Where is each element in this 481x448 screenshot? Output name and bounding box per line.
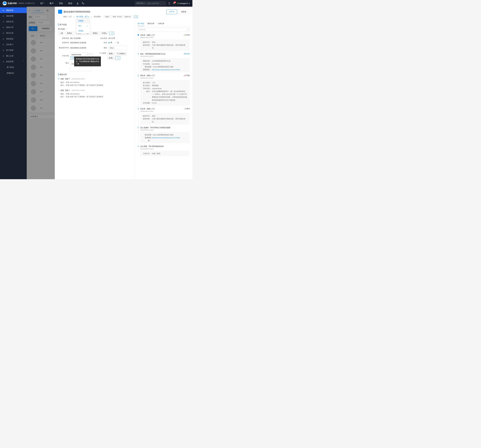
search-box: 手机号码▾: [135, 1, 166, 6]
remark-label: 备注: [58, 62, 69, 64]
status-badge: 已完成: [184, 34, 190, 36]
friend-source-value: 名片分享: [108, 37, 115, 39]
sidebar-item-3[interactable]: ◈我的订单: [0, 24, 27, 30]
sidebar-item-8[interactable]: ◈删人记录: [0, 53, 27, 59]
customer-detail-panel: 微信名称6789990000966 代下单 交定金 昵称：小王 | 客户经理：张…: [55, 7, 192, 179]
phone-copy-icon[interactable]: ⎘: [91, 53, 94, 56]
goods-icon: ◈: [3, 38, 5, 40]
contact-icon: [58, 10, 62, 14]
sidebar-item-0[interactable]: ◈我的好友: [0, 7, 27, 13]
group-tag: 群聊一群大群: [111, 15, 123, 18]
right-tab-0[interactable]: 客户动态: [138, 21, 144, 26]
tags-more[interactable]: +4: [109, 32, 114, 35]
sidebar-item-7[interactable]: ◈客户继承: [0, 47, 27, 53]
wechat-input[interactable]: [108, 46, 127, 50]
view-detail-link[interactable]: 查看详情: [184, 53, 190, 55]
timeline-dot: [138, 53, 139, 54]
timeline-item: 报名单创建人小王已失败2020/01/30 01:38:27客户经理：小王客户姓…: [138, 74, 190, 106]
sidebar-item-6[interactable]: ◈流失客户: [0, 42, 27, 47]
timeline-item: 加入群聊759-59班理财训练营2021/01/30 01:38:27入群方式：…: [138, 145, 190, 156]
sidebar-item-2[interactable]: ◈我的学员: [0, 19, 27, 24]
bell-icon[interactable]: 5: [173, 2, 175, 5]
timeline-item: 进入直播间759-59班第三期理财直播课2021/01/30 01:38:27通…: [138, 127, 190, 143]
gender-female-radio[interactable]: 女: [115, 41, 119, 44]
nav-item-3[interactable]: 数据: [67, 1, 74, 6]
right-tab-2[interactable]: 订单记录: [158, 21, 164, 26]
manager-option-0[interactable]: 师馨薇: [76, 18, 90, 23]
sidebar-item-9[interactable]: ◈标签管理˄: [0, 59, 27, 64]
logo-subtitle: 教育机构一站 式服务云平台: [17, 2, 35, 4]
status-badge: 已失败: [184, 75, 190, 77]
sidebar-item-5[interactable]: ◈我的商品: [0, 36, 27, 42]
place-order-button[interactable]: 代下单: [166, 9, 177, 14]
logo-icon: [3, 1, 7, 5]
customer-tag-label: 客户标签: [58, 28, 65, 30]
timeline-dot: [58, 90, 59, 91]
notification-badge: 5: [174, 1, 176, 3]
mobile-icon[interactable]: [168, 2, 171, 5]
sidebar: ◈我的好友◈我的群聊◈我的学员◈我的订单◈电话记录◈我的商品◈流失客户◈客户继承…: [0, 7, 27, 179]
customer-tag: 高意向: [91, 31, 99, 35]
timeline-dot: [138, 75, 139, 76]
sidebar-item-4[interactable]: ◈电话记录: [0, 30, 27, 36]
phone-duplicate-tooltip: 查询到此手机号码在系统中已存在，可以将两条客户数据合并为一条: [74, 56, 101, 66]
panel-title: 微信名称6789990000966: [63, 10, 90, 13]
person-icon[interactable]: [76, 2, 79, 5]
search-type-select[interactable]: 手机号码▾: [135, 2, 146, 5]
ptags-more[interactable]: +4: [115, 56, 120, 60]
timeline-dot: [138, 34, 139, 36]
personal-tag: 个人标签12: [115, 52, 127, 55]
check-icon: ✓: [86, 25, 88, 27]
personal-tag-label: 个人标签: [96, 52, 106, 54]
dynamic-filter-select[interactable]: 全部动态▾: [138, 28, 190, 32]
status-dot: [177, 3, 178, 4]
history-item: 小王更新了2021/01/30 01:38:27微信：空值-1367218282…: [58, 78, 131, 87]
source-value: 线上-北京昱新: [70, 37, 81, 39]
timeline-dot: [138, 108, 139, 109]
nav-item-2[interactable]: 质检: [58, 1, 64, 6]
timeline-item: 购买4399理财课进阶课程大礼包查看详情2021/01/30 01:38:27课…: [138, 53, 190, 73]
nav-extra-icons: [76, 2, 84, 5]
last-chat-value: 2021/09/10 12:00:00: [70, 47, 86, 49]
friend-source-label: 好友来源: [96, 37, 107, 39]
customer-tag: 高意向: [66, 31, 74, 35]
right-tab-1[interactable]: 聊天记录: [148, 21, 154, 26]
history-item: 小王更新了2021/01/30 01:38:27微信：空值-1367218282…: [58, 89, 131, 98]
nav-item-1[interactable]: 客户: [48, 1, 55, 6]
group-tag: 群聊六群: [123, 15, 132, 18]
deposit-button[interactable]: 交定金: [178, 9, 189, 14]
nav-item-0[interactable]: 推广: [39, 1, 45, 6]
gender-male-radio[interactable]: 男: [108, 41, 113, 44]
user-menu[interactable]: manager11▾: [177, 2, 190, 4]
group-tag: 群聊三: [104, 15, 111, 18]
manager-select[interactable]: 客户经理：张三 ▴ 师馨薇张三✓佴保咏: [76, 16, 89, 18]
edit-tags-icon[interactable]: ✎: [67, 29, 67, 30]
nickname-label: 昵称：小王: [63, 16, 72, 18]
wechat-label: 微信: [96, 47, 107, 49]
search-input[interactable]: [146, 2, 163, 4]
last-chat-label: 最近聊天时间: [58, 47, 69, 49]
phone-icon: ◈: [3, 32, 5, 34]
phone-search-icon[interactable]: ⊞: [87, 53, 90, 56]
timeline-dot: [138, 127, 139, 128]
info-section-title: 客户信息: [58, 23, 131, 26]
order-icon: ◈: [3, 26, 5, 28]
svg-point-4: [169, 4, 170, 4]
sidebar-sub-0[interactable]: 客户标签: [0, 64, 27, 70]
sidebar-sub-1[interactable]: 群聊标签: [0, 70, 27, 76]
phone-icon[interactable]: [82, 2, 84, 5]
sidebar-item-1[interactable]: ◈我的群聊: [0, 13, 27, 19]
inherit-icon: ◈: [3, 49, 5, 51]
personal-tag: 标签1: [107, 56, 115, 60]
group-icon: ◈: [3, 15, 5, 17]
manager-option-2[interactable]: 佴保咏: [76, 28, 90, 33]
groups-label: 所在群聊：: [94, 16, 102, 18]
lost-icon: ◈: [3, 43, 5, 46]
tag-icon: ◈: [3, 61, 5, 63]
search-icon[interactable]: [163, 2, 166, 5]
manager-option-1[interactable]: 张三✓: [76, 23, 90, 28]
groups-more[interactable]: +4: [134, 15, 138, 18]
timeline-item: 定金单创建人小王已取消2020/01/30 01:38:27跟单方式：电话跟单内…: [138, 108, 190, 124]
status-badge: 已取消: [184, 108, 190, 110]
svg-point-0: [77, 2, 78, 3]
